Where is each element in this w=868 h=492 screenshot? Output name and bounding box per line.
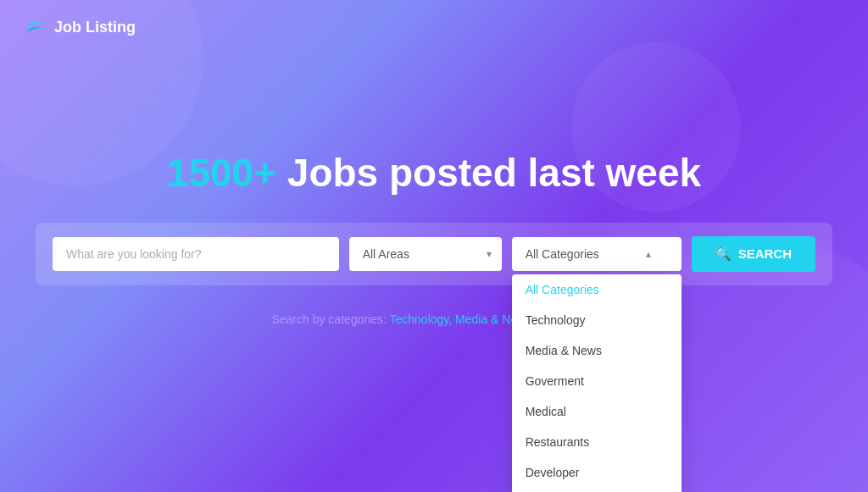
- hero-title-accent: 1500+: [167, 151, 276, 195]
- search-button[interactable]: 🔍 SEARCH: [692, 236, 815, 272]
- categories-label: Search by categories:: [271, 312, 386, 326]
- dropdown-item-goverment[interactable]: Goverment: [512, 366, 682, 396]
- search-bar: All Areas New York Los Angeles Chicago S…: [36, 223, 832, 285]
- logo[interactable]: Job Listing: [20, 14, 136, 41]
- dropdown-item-technology[interactable]: Technology: [512, 305, 682, 335]
- logo-icon: [20, 14, 47, 41]
- category-trigger-button[interactable]: All Categories ▴: [512, 237, 682, 271]
- search-button-label: SEARCH: [738, 246, 792, 261]
- search-input[interactable]: [53, 237, 339, 271]
- category-selected-label: All Categories: [526, 247, 599, 261]
- category-select-container: All Categories ▴ All Categories Technolo…: [512, 237, 682, 271]
- chevron-up-icon: ▴: [646, 248, 651, 260]
- hero-section: Job Listing 1500+ Jobs posted last week …: [0, 0, 868, 492]
- bg-decoration-3: [571, 42, 741, 212]
- dropdown-item-medical[interactable]: Medical: [512, 396, 682, 427]
- area-select-container: All Areas New York Los Angeles Chicago S…: [349, 237, 502, 271]
- dropdown-item-media-news[interactable]: Media & News: [512, 335, 682, 366]
- search-button-icon: 🔍: [715, 246, 732, 262]
- category-dropdown: All Categories Technology Media & News G…: [512, 274, 682, 493]
- dropdown-item-accounting[interactable]: Accounting: [512, 488, 682, 493]
- dropdown-item-developer[interactable]: Developer: [512, 457, 682, 488]
- dropdown-item-restaurants[interactable]: Restaurants: [512, 427, 682, 457]
- navbar: Job Listing: [0, 0, 868, 54]
- logo-text: Job Listing: [54, 19, 136, 36]
- area-select[interactable]: All Areas New York Los Angeles Chicago S…: [349, 237, 502, 271]
- dropdown-item-all-categories[interactable]: All Categories: [512, 274, 682, 305]
